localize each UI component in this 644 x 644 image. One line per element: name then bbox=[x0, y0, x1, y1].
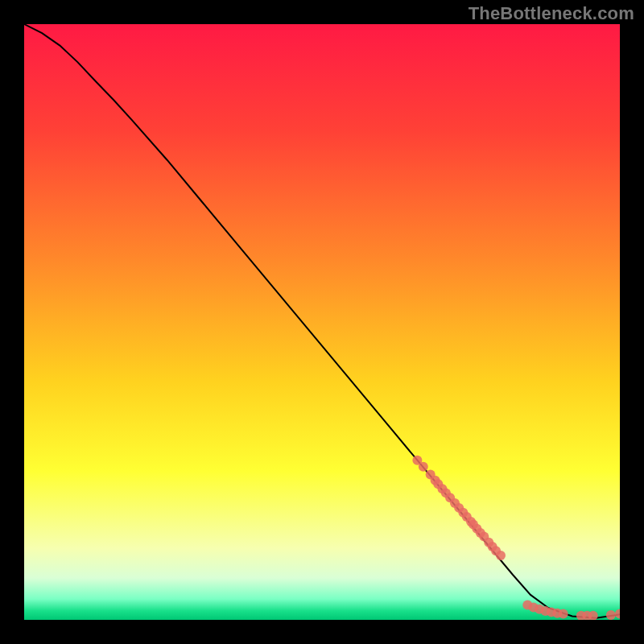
plot-area bbox=[24, 24, 620, 620]
highlight-point bbox=[559, 609, 568, 619]
highlight-point bbox=[419, 462, 428, 472]
highlight-point bbox=[606, 610, 616, 620]
chart-svg bbox=[24, 24, 620, 620]
watermark-text: TheBottleneck.com bbox=[469, 3, 634, 24]
gradient-background bbox=[24, 24, 620, 620]
highlight-point bbox=[496, 551, 506, 560]
chart-frame: TheBottleneck.com bbox=[0, 0, 644, 644]
